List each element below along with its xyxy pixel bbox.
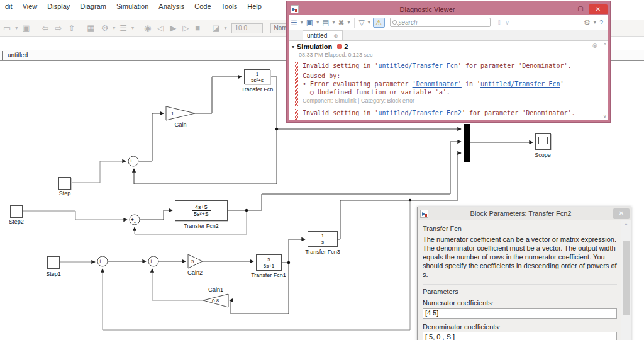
copy-caret-icon[interactable]: ▾ xyxy=(331,20,336,25)
dv-group-label: Simulation xyxy=(297,43,332,50)
dv-settings-caret-icon[interactable]: ▾ xyxy=(592,20,597,25)
transfer-fcn-block[interactable]: 1 5s²+s xyxy=(244,69,270,84)
dv-window-title: Diagnostic Viewer xyxy=(299,6,556,13)
scrollbar-thumb[interactable] xyxy=(623,241,630,315)
bp-section-heading: Transfer Fcn xyxy=(423,224,617,235)
dv-tab-untitled[interactable]: untitled ⊗ xyxy=(303,30,343,40)
scroll-up-arrow-icon[interactable]: ^ xyxy=(621,220,631,227)
dv-error-line: Caused by: xyxy=(303,119,608,120)
next-match-icon[interactable]: v xyxy=(504,19,511,26)
gain1-label: Gain1 xyxy=(200,286,231,293)
dv-group-close-icon[interactable]: ⊗ xyxy=(592,42,597,49)
svg-text:5: 5 xyxy=(191,259,194,264)
error-badge-icon xyxy=(337,44,342,49)
stage-highlight-icon[interactable]: ⚠ xyxy=(373,18,385,28)
dv-timestamp: 08:33 PM Elapsed: 0.123 sec xyxy=(289,50,608,58)
prev-match-icon[interactable]: ⇧ xyxy=(491,19,504,26)
numerator-input[interactable]: [4 5] xyxy=(423,308,617,319)
block-link[interactable]: untitled/Transfer Fcn xyxy=(480,81,560,88)
gain2-label: Gain2 xyxy=(179,269,211,276)
tf3-numerator: 1 xyxy=(319,233,326,239)
dv-error-line: Invalid setting in 'untitled/Transfer Fc… xyxy=(303,109,608,117)
tf1-numerator: 5 xyxy=(265,257,272,263)
bp-scrollbar[interactable]: ^ xyxy=(621,220,631,340)
clear-caret-icon[interactable]: ▾ xyxy=(347,20,352,25)
copy-icon[interactable]: ▤ xyxy=(320,18,331,27)
numerator-label: Numerator coefficients: xyxy=(423,297,617,308)
svg-text:1: 1 xyxy=(171,111,174,116)
transfer-fcn3-label: Transfer Fcn3 xyxy=(301,249,345,255)
transfer-fcn3-block[interactable]: 1 s xyxy=(308,231,338,247)
dv-error-line: Caused by: xyxy=(303,72,608,80)
scope-screen xyxy=(538,137,548,144)
filter-icon[interactable]: ▽ xyxy=(357,18,367,27)
bp-window-title: Block Parameters: Transfer Fcn2 xyxy=(428,210,613,217)
mux-block[interactable] xyxy=(464,124,470,162)
param-link[interactable]: 'Denominator' xyxy=(413,81,462,88)
scope-block[interactable] xyxy=(535,133,551,150)
dv-error-line: Invalid setting in 'untitled/Transfer Fc… xyxy=(303,62,608,70)
dv-tab-close-icon[interactable]: ⊗ xyxy=(333,33,338,39)
dv-titlebar[interactable]: Diagnostic Viewer – ▢ ✕ xyxy=(289,3,608,15)
dv-search-input[interactable]: search xyxy=(390,18,491,27)
save-caret-icon[interactable]: ▾ xyxy=(315,20,320,25)
svg-text:-: - xyxy=(132,161,135,167)
step2-block[interactable] xyxy=(10,205,23,218)
error-stripe xyxy=(295,62,298,106)
report-caret-icon[interactable]: ▾ xyxy=(299,20,304,25)
dv-toolbar-separator xyxy=(354,18,355,28)
transfer-fcn1-label: Transfer Fcn1 xyxy=(247,272,291,278)
diagnostic-viewer-window: Diagnostic Viewer – ▢ ✕ ☰ ▾ ▣ ▾ ▤ ▾ ✖ ▾ … xyxy=(287,1,610,122)
dv-tab-label: untitled xyxy=(307,32,327,39)
transfer-fcn2-label: Transfer Fcn2 xyxy=(179,223,223,229)
svg-text:-: - xyxy=(101,261,104,267)
transfer-fcn1-block[interactable]: 5 5s+1 xyxy=(256,254,282,271)
svg-text:0.8: 0.8 xyxy=(212,298,219,303)
clear-icon[interactable]: ✖ xyxy=(336,18,347,27)
tf-numerator: 1 xyxy=(254,71,260,77)
dv-error-2: Invalid setting in 'untitled/Transfer Fc… xyxy=(295,109,608,120)
denominator-input[interactable]: [ 5, 0 , S ] xyxy=(423,332,617,340)
dv-scroll-up-icon[interactable]: ^ xyxy=(604,42,606,48)
bp-titlebar[interactable]: Block Parameters: Transfer Fcn2 ✕ xyxy=(418,207,631,220)
gain2-block[interactable] xyxy=(188,254,203,268)
bp-parameters-heading: Parameters xyxy=(423,285,617,297)
gain-block[interactable] xyxy=(166,106,195,120)
step-label: Step xyxy=(52,190,78,196)
report-icon[interactable]: ☰ xyxy=(289,18,299,27)
simulink-icon xyxy=(291,5,299,13)
tf2-numerator: 4s+5 xyxy=(193,204,209,210)
close-button[interactable]: ✕ xyxy=(613,208,630,219)
dv-simulation-group[interactable]: ▾ Simulation 2 xyxy=(289,41,608,50)
error-stripe xyxy=(295,109,298,120)
svg-text:-: - xyxy=(133,220,136,225)
block-link[interactable]: untitled/Transfer Fcn2 xyxy=(378,110,461,116)
search-icon xyxy=(392,20,397,25)
dv-search-placeholder: search xyxy=(399,19,418,26)
dv-settings-gear-icon[interactable]: ⚙ xyxy=(582,18,592,27)
dv-tab-bar: untitled ⊗ xyxy=(289,30,608,41)
tf1-denominator: 5s+1 xyxy=(262,263,277,269)
step1-block[interactable] xyxy=(47,256,60,269)
help-icon[interactable]: ? xyxy=(597,19,608,26)
step-block[interactable] xyxy=(58,177,71,190)
tf-denominator: 5s²+s xyxy=(249,77,265,83)
save-log-icon[interactable]: ▣ xyxy=(304,18,315,27)
block-link[interactable]: untitled/Transfer Fcn xyxy=(378,62,457,69)
bp-body: Transfer Fcn The numerator coefficient c… xyxy=(418,220,631,340)
maximize-button[interactable]: ▢ xyxy=(572,4,589,14)
scope-label: Scope xyxy=(527,152,558,158)
step1-label: Step1 xyxy=(40,271,67,277)
transfer-fcn2-block[interactable]: 4s+5 5s²+S xyxy=(175,200,228,221)
dv-error-line: • Error evaluating parameter 'Denominato… xyxy=(303,80,608,88)
sum-blocks[interactable] xyxy=(97,156,158,266)
close-button[interactable]: ✕ xyxy=(589,4,608,14)
tf2-denominator: 5s²+S xyxy=(192,210,211,217)
bp-description: The numerator coefficient can be a vecto… xyxy=(423,235,617,285)
denominator-label: Denominator coefficients: xyxy=(423,319,617,332)
minimize-button[interactable]: – xyxy=(556,4,572,14)
filter-caret-icon[interactable]: ▾ xyxy=(367,20,372,25)
block-parameters-window: Block Parameters: Transfer Fcn2 ✕ Transf… xyxy=(417,207,631,340)
dv-content: ⊗ ^ v ▾ Simulation 2 08:33 PM Elapsed: 0… xyxy=(289,41,608,120)
collapse-triangle-icon[interactable]: ▾ xyxy=(292,44,294,50)
